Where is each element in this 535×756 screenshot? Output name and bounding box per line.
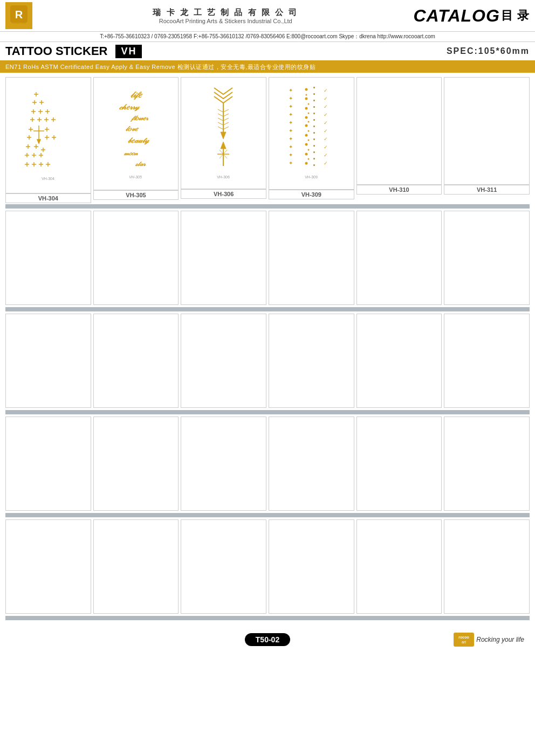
svg-text:✓: ✓ (324, 112, 328, 117)
svg-marker-66 (221, 132, 226, 139)
product-title-bar: TATTOO STICKER VH SPEC:105*60mm (0, 42, 535, 61)
tattoo-305-svg: 𝓁𝒾𝒻𝑒 𝒸𝒽𝑒𝓇𝓇𝓎 𝒻𝓁𝑜𝓌𝑒𝓇 𝓁𝑜𝓋𝑒 𝒷𝑒𝒶𝓊𝓉𝓎 𝓂𝑜𝑜𝓃 𝓈𝓉𝒶𝓇 (110, 82, 161, 182)
svg-point-112 (305, 124, 307, 127)
row-divider-2 (5, 204, 530, 209)
empty-cell-3-4 (269, 314, 354, 408)
svg-rect-129 (313, 138, 315, 140)
svg-text:✓: ✓ (324, 128, 328, 134)
empty-cell-3-5 (356, 314, 442, 408)
svg-text:VH-306: VH-306 (217, 175, 230, 179)
empty-cell-4-6 (444, 417, 530, 511)
svg-text:✓: ✓ (324, 104, 328, 109)
svg-text:✦: ✦ (289, 128, 293, 134)
catalog-title: CATALOG 目 录 (413, 6, 530, 26)
svg-point-110 (305, 116, 307, 119)
empty-cell-5-6 (444, 519, 530, 614)
svg-point-111 (307, 121, 309, 123)
svg-rect-135 (454, 633, 474, 647)
empty-cell-5-2 (93, 519, 179, 614)
svg-text:✦: ✦ (289, 95, 293, 101)
tattoo-306-svg: VH-306 (198, 82, 249, 182)
empty-cell-3-1 (5, 314, 91, 408)
product-cell-310-image (356, 77, 442, 185)
svg-text:✦: ✦ (289, 112, 293, 117)
catalog-text: CATALOG (413, 6, 499, 26)
svg-line-72 (223, 109, 229, 112)
empty-cell-2-1 (5, 211, 91, 305)
empty-cell-3-3 (181, 314, 266, 408)
svg-line-75 (223, 122, 229, 125)
empty-cell-5-4 (269, 519, 354, 614)
main-content: VH-304 VH-304 𝓁𝒾𝒻𝑒 𝒸𝒽𝑒𝓇𝓇𝓎 (0, 73, 535, 627)
svg-point-119 (307, 158, 309, 160)
svg-text:VH-304: VH-304 (42, 177, 54, 181)
product-row-5 (5, 519, 530, 614)
svg-text:𝒸𝒽𝑒𝓇𝓇𝓎: 𝒸𝒽𝑒𝓇𝓇𝓎 (119, 103, 140, 112)
svg-line-76 (223, 127, 229, 129)
vh-logo: VH (115, 45, 142, 58)
empty-cell-4-5 (356, 417, 442, 511)
svg-text:✦: ✦ (289, 152, 293, 158)
svg-text:✓: ✓ (324, 152, 328, 158)
svg-text:✓: ✓ (324, 161, 328, 166)
cert-text: EN71 RoHs ASTM Certificated Easy Apply &… (5, 64, 315, 70)
svg-text:𝓁𝑜𝓋𝑒: 𝓁𝑜𝓋𝑒 (126, 124, 139, 133)
product-306: VH-306 VH-306 (181, 77, 266, 203)
row-divider-5 (5, 513, 530, 517)
product-title: TATTOO STICKER (5, 44, 107, 58)
svg-text:𝓂𝑜𝑜𝓃: 𝓂𝑜𝑜𝓃 (124, 150, 138, 156)
svg-line-67 (218, 109, 223, 112)
logo-symbol: R rocoo art (9, 4, 29, 27)
svg-line-71 (218, 127, 223, 129)
product-label-305: VH-305 (93, 190, 179, 200)
svg-point-108 (305, 107, 307, 110)
svg-text:✦: ✦ (289, 87, 293, 93)
product-cell-311-image (444, 77, 530, 185)
svg-point-114 (305, 134, 307, 137)
empty-cell-2-3 (181, 211, 266, 305)
svg-marker-78 (221, 142, 226, 149)
tattoo-306-design: VH-306 (195, 80, 252, 186)
product-label-311: VH-311 (444, 185, 530, 195)
svg-text:𝓁𝒾𝒻𝑒: 𝓁𝒾𝒻𝑒 (131, 90, 143, 100)
empty-cell-2-6 (444, 211, 530, 305)
product-309: ✦ ✦ ✦ ✦ ✦ ✦ ✦ ✦ ✦ ✦ ✓ (269, 77, 354, 203)
product-311: VH-311 (444, 77, 530, 203)
product-label-306: VH-306 (181, 189, 266, 199)
tattoo-309-design: ✦ ✦ ✦ ✦ ✦ ✦ ✦ ✦ ✦ ✦ ✓ (283, 80, 340, 187)
svg-line-68 (218, 114, 223, 116)
svg-point-118 (305, 153, 307, 156)
svg-text:✓: ✓ (324, 144, 328, 150)
empty-cell-2-5 (356, 211, 442, 305)
svg-rect-126 (313, 119, 315, 121)
empty-cell-3-6 (444, 314, 530, 408)
empty-cell-2-4 (269, 211, 354, 305)
product-label-309: VH-309 (269, 190, 354, 199)
empty-cell-4-2 (93, 417, 179, 511)
svg-rect-127 (313, 126, 315, 127)
product-cell-306-image: VH-306 (181, 77, 266, 189)
empty-cell-4-1 (5, 417, 91, 511)
svg-rect-123 (313, 100, 315, 101)
empty-cell-5-1 (5, 519, 91, 614)
svg-text:✓: ✓ (324, 88, 328, 93)
footer-brand: rocoo art Rocking your life (454, 633, 524, 647)
contact-text: T:+86-755-36610323 / 0769-23051958 F:+86… (100, 33, 435, 39)
svg-point-116 (305, 143, 307, 146)
row-divider-bottom (5, 616, 530, 620)
svg-line-73 (223, 114, 229, 116)
svg-text:✦: ✦ (289, 144, 293, 150)
svg-line-74 (223, 118, 229, 121)
svg-rect-128 (313, 132, 315, 134)
page-header: R rocoo art 瑞 卡 龙 工 艺 制 品 有 限 公 司 RocooA… (0, 0, 535, 32)
product-304: VH-304 VH-304 (5, 77, 91, 203)
svg-text:𝓈𝓉𝒶𝓇: 𝓈𝓉𝒶𝓇 (135, 160, 146, 168)
product-310: VH-310 (356, 77, 442, 203)
footer-slogan: Rocking your life (476, 636, 524, 643)
svg-rect-125 (313, 113, 315, 114)
empty-cell-4-3 (181, 417, 266, 511)
svg-text:art: art (462, 640, 466, 644)
svg-text:rocoo: rocoo (459, 635, 469, 639)
svg-text:R: R (15, 9, 23, 20)
product-cell-305-image: 𝓁𝒾𝒻𝑒 𝒸𝒽𝑒𝓇𝓇𝓎 𝒻𝓁𝑜𝓌𝑒𝓇 𝓁𝑜𝓋𝑒 𝒷𝑒𝒶𝓊𝓉𝓎 𝓂𝑜𝑜𝓃 𝓈𝓉𝒶𝓇 (93, 77, 179, 190)
